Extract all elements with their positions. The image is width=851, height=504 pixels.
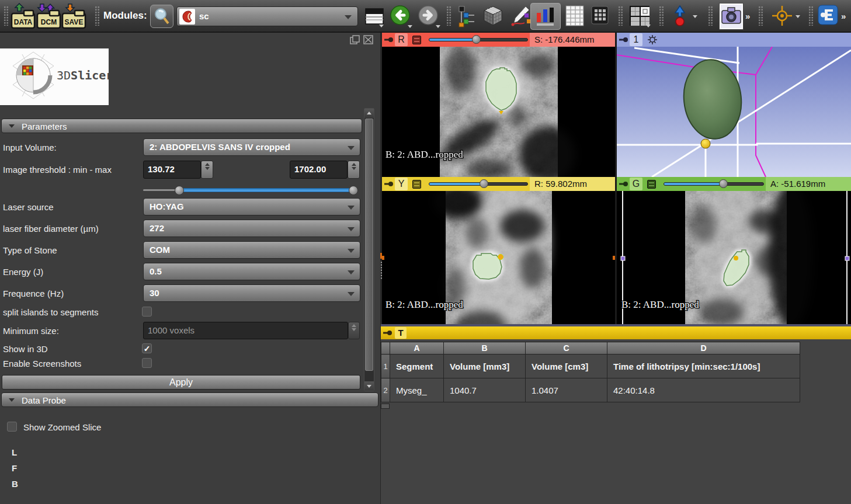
- corner-header[interactable]: [381, 342, 390, 354]
- tables-button[interactable]: [564, 5, 585, 30]
- cell-volume-mm3-value[interactable]: 1040.7: [444, 378, 526, 402]
- threshold-max-spin-buttons[interactable]: [348, 161, 360, 179]
- cell-time[interactable]: Time of lithotripsy [min:sec:1/100s]: [607, 354, 800, 378]
- undock-panel-icon[interactable]: [350, 35, 360, 44]
- expand-chevrons[interactable]: »: [745, 11, 749, 21]
- table-view-letter[interactable]: T: [395, 327, 407, 339]
- scrollbar-up-arrow[interactable]: [364, 109, 374, 118]
- threshold-range-slider[interactable]: [143, 186, 358, 195]
- toolbar-grip[interactable]: [95, 6, 100, 26]
- green-view-menu-icon[interactable]: [647, 180, 656, 189]
- range-slider-min-handle[interactable]: [175, 186, 184, 195]
- history-forward-button[interactable]: [417, 4, 442, 31]
- toolbar-grip[interactable]: [659, 6, 664, 26]
- toolbar-grip[interactable]: [618, 6, 623, 26]
- toolbar-grip[interactable]: [4, 6, 9, 26]
- module-search-button[interactable]: [150, 5, 173, 28]
- red-slice-slider[interactable]: [429, 38, 528, 41]
- volume-rendering-cube-icon-button[interactable]: [481, 5, 505, 30]
- scrollbar-down-arrow[interactable]: [364, 381, 374, 391]
- col-header-c[interactable]: C: [526, 342, 607, 354]
- enable-screenshots-checkbox[interactable]: [142, 358, 152, 368]
- toolbar-grip[interactable]: [708, 6, 713, 26]
- cell-volume-cm3[interactable]: Volume [cm3]: [526, 354, 607, 378]
- markups-button[interactable]: [509, 5, 532, 30]
- expand-chevrons[interactable]: »: [841, 11, 845, 21]
- annotations-button[interactable]: [591, 6, 610, 28]
- stone-type-selector[interactable]: COM: [143, 241, 360, 259]
- yellow-slice-view[interactable]: B: 2: ABD...ropped: [382, 191, 615, 324]
- chevron-down-icon[interactable]: [693, 15, 697, 18]
- chevron-down-icon[interactable]: [796, 15, 800, 18]
- toolbar-grip[interactable]: [758, 6, 763, 26]
- parameters-section-header[interactable]: Parameters: [1, 119, 362, 133]
- split-islands-checkbox[interactable]: [142, 307, 152, 317]
- threshold-max-input[interactable]: 1702.00: [290, 161, 348, 179]
- yellow-slice-slider[interactable]: [429, 182, 528, 186]
- laser-source-selector[interactable]: HO:YAG: [143, 198, 360, 215]
- toolbar-grip[interactable]: [446, 6, 451, 26]
- red-view-menu-icon[interactable]: [412, 36, 421, 44]
- green-slice-slider[interactable]: [664, 182, 764, 186]
- apply-button[interactable]: Apply: [2, 375, 360, 390]
- panel-scrollbar[interactable]: [364, 108, 374, 391]
- yellow-view-letter[interactable]: Y: [395, 178, 408, 190]
- dicom-button[interactable]: DCM: [36, 3, 62, 32]
- cell-volume-mm3[interactable]: Volume [mm3]: [444, 354, 526, 378]
- pin-icon[interactable]: [383, 329, 392, 336]
- layout-selector-button[interactable]: [628, 5, 652, 30]
- mouse-interaction-mode-button[interactable]: [673, 5, 687, 30]
- green-slider-handle[interactable]: [719, 179, 728, 188]
- green-slice-view[interactable]: B: 2: ABD...ropped: [617, 191, 851, 324]
- pin-icon[interactable]: [619, 180, 628, 187]
- screenshot-button[interactable]: [720, 4, 743, 29]
- input-volume-selector[interactable]: 2: ABDOPELVIS SANS IV cropped: [143, 138, 360, 156]
- toolbar-grip[interactable]: [808, 6, 814, 26]
- view-options-icon[interactable]: [647, 34, 658, 45]
- red-slice-view[interactable]: B: 2: ABD...ropped: [382, 47, 615, 177]
- subject-hierarchy-button[interactable]: [458, 5, 477, 30]
- energy-selector[interactable]: 0.5: [143, 263, 360, 280]
- frequency-selector[interactable]: 30: [143, 284, 360, 302]
- col-header-a[interactable]: A: [390, 342, 444, 354]
- close-panel-icon[interactable]: [363, 35, 373, 44]
- threed-view-number[interactable]: 1: [630, 33, 642, 46]
- cell-time-value[interactable]: 42:40:14.8: [607, 378, 800, 402]
- fiber-diameter-selector[interactable]: 272: [143, 220, 360, 237]
- threshold-min-spin-buttons[interactable]: [201, 161, 213, 179]
- scrollbar-thumb[interactable]: [365, 119, 373, 371]
- pin-icon[interactable]: [619, 36, 628, 43]
- data-probe-section-header[interactable]: Data Probe: [1, 392, 378, 407]
- cell-segment-value[interactable]: Myseg_: [390, 378, 444, 402]
- row-header-1[interactable]: 1: [381, 354, 390, 378]
- cell-volume-cm3-value[interactable]: 1.0407: [526, 378, 607, 402]
- crosshair-button[interactable]: [771, 5, 793, 29]
- minimum-size-input[interactable]: 1000 voxels: [143, 322, 348, 339]
- results-table[interactable]: A B C D 1 Segment Volume [mm3] Volume [c…: [381, 342, 800, 402]
- show-zoomed-slice-checkbox[interactable]: [7, 422, 17, 432]
- yellow-slider-handle[interactable]: [480, 179, 488, 188]
- history-back-button[interactable]: [389, 4, 414, 31]
- table-row[interactable]: 2 Myseg_ 1040.7 1.0407 42:40:14.8: [381, 378, 800, 402]
- col-header-d[interactable]: D: [607, 342, 800, 354]
- row-header-2[interactable]: 2: [381, 378, 390, 402]
- layout-menu-button[interactable]: [365, 7, 385, 29]
- red-slider-handle[interactable]: [472, 35, 481, 44]
- save-button[interactable]: SAVE: [61, 3, 87, 32]
- cell-segment[interactable]: Segment: [390, 354, 444, 378]
- minimum-size-spin-buttons[interactable]: [348, 322, 360, 339]
- threed-view[interactable]: [617, 47, 851, 177]
- extensions-manager-button[interactable]: [818, 4, 839, 29]
- table-row[interactable]: 1 Segment Volume [mm3] Volume [cm3] Time…: [381, 354, 800, 378]
- red-view-letter[interactable]: R: [395, 33, 408, 46]
- charts-button[interactable]: [530, 3, 561, 30]
- load-data-button[interactable]: DATA: [10, 3, 36, 32]
- pin-icon[interactable]: [384, 180, 394, 187]
- threshold-min-input[interactable]: 130.72: [143, 161, 201, 179]
- col-header-b[interactable]: B: [444, 342, 526, 354]
- pin-icon[interactable]: [384, 36, 394, 43]
- show-3d-checkbox[interactable]: ✓: [142, 343, 152, 353]
- yellow-view-menu-icon[interactable]: [412, 180, 421, 189]
- range-slider-max-handle[interactable]: [349, 186, 358, 195]
- module-selector[interactable]: sc: [176, 6, 358, 26]
